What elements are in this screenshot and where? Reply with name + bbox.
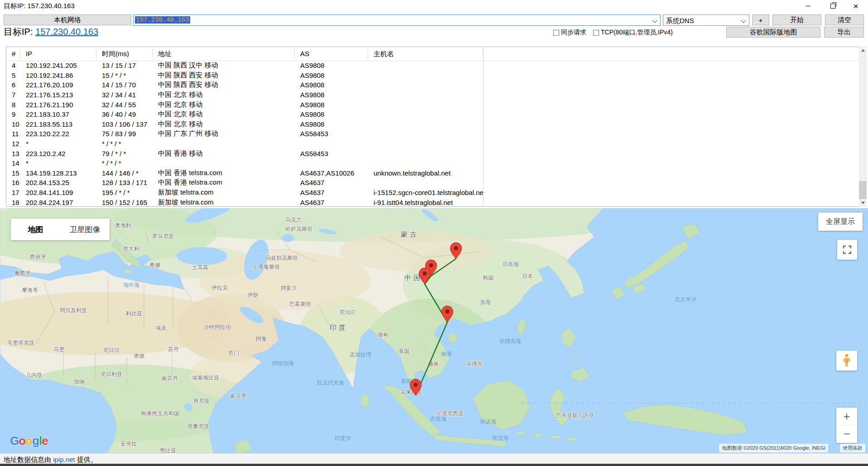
table-cell: 221.183.55.113: [20, 120, 96, 128]
google-logo[interactable]: Google: [10, 434, 48, 448]
col-header-address[interactable]: 地址: [153, 49, 295, 59]
fullscreen-toggle-button[interactable]: [837, 240, 857, 260]
zoom-out-button[interactable]: −: [836, 426, 857, 443]
add-button[interactable]: +: [752, 14, 769, 25]
table-scrollbar[interactable]: [859, 47, 867, 207]
table-cell: AS58453: [295, 130, 368, 138]
table-cell: 11: [6, 130, 20, 138]
zoom-in-button[interactable]: +: [836, 408, 857, 425]
table-cell: 103 / 106 / 137: [96, 120, 153, 128]
table-row[interactable]: 7221.176.15.21332 / 34 / 41中国 北京 移动AS980…: [6, 90, 859, 100]
table-cell: 221.176.15.213: [20, 91, 96, 99]
ipip-link[interactable]: ipip.net: [53, 456, 75, 463]
table-cell: 中国 北京 移动: [153, 110, 295, 119]
table-row[interactable]: 15134.159.128.213144 / 146 / *中国 香港 tels…: [6, 168, 859, 178]
table-cell: 中国 北京 移动: [153, 100, 295, 109]
col-header-hostname[interactable]: 主机名: [368, 49, 483, 59]
tcp-checkbox[interactable]: [593, 30, 599, 36]
table-cell: 中国 香港 移动: [153, 149, 295, 158]
dns-select[interactable]: 系统DNS: [663, 14, 749, 26]
table-cell: 12: [6, 140, 20, 147]
table-cell: i-91.istt04.telstraglobal.net: [368, 199, 483, 206]
table-cell: i-15152.sgcn-core01.telstraglobal.net: [368, 189, 483, 196]
table-cell: 7: [6, 91, 20, 99]
fullscreen-display-button[interactable]: 全屏显示: [818, 213, 863, 231]
map-type-control: 地图 卫星图像: [11, 219, 110, 240]
clear-button[interactable]: 清空: [825, 14, 864, 25]
table-row[interactable]: 14** / * / *: [6, 158, 859, 168]
window-title: 目标IP: 157.230.40.163: [4, 2, 75, 10]
google-intl-map-button[interactable]: 谷歌国际版地图: [726, 27, 820, 38]
table-row[interactable]: 13223.120.2.4279 / * / *中国 香港 移动AS58453: [6, 148, 859, 158]
table-cell: AS9808: [295, 91, 368, 99]
col-header-as[interactable]: AS: [295, 49, 368, 59]
table-cell: AS4637: [295, 189, 368, 196]
sync-request-checkbox[interactable]: [553, 30, 559, 36]
table-cell: 15 / * / *: [96, 71, 153, 79]
google-logo-letter: e: [42, 434, 48, 447]
scrollbar-thumb[interactable]: [859, 181, 867, 199]
table-cell: 5: [6, 71, 20, 79]
table-row[interactable]: 6221.176.20.10914 / 15 / 70中国 陕西 西安 移动AS…: [6, 80, 859, 90]
table-cell: 36 / 40 / 49: [96, 110, 153, 118]
table-header: # IP 时间(ms) 地址 AS 主机名: [6, 47, 859, 61]
table-cell: AS4637: [295, 199, 368, 206]
start-button[interactable]: 开始: [772, 14, 821, 25]
table-row[interactable]: 10221.183.55.113103 / 106 / 137中国 北京 移动A…: [6, 119, 859, 129]
table-row[interactable]: 17202.84.141.109195 / * / *新加坡 telstra.c…: [6, 188, 859, 198]
table-cell: 221.176.21.190: [20, 101, 96, 109]
scroll-down-button[interactable]: [859, 199, 867, 207]
map-pin[interactable]: [451, 243, 462, 259]
tab-map[interactable]: 地图: [11, 224, 60, 235]
table-cell: 79 / * / *: [96, 150, 153, 157]
col-header-time[interactable]: 时间(ms): [96, 49, 153, 59]
col-header-index[interactable]: #: [6, 49, 20, 59]
table-cell: 4: [6, 62, 20, 69]
chevron-down-icon[interactable]: [741, 18, 746, 23]
table-cell: 150 / 152 / 165: [96, 199, 153, 206]
table-row[interactable]: 16202.84.153.25128 / 133 / 171中国 香港 tels…: [6, 178, 859, 188]
pegman-control[interactable]: [836, 351, 857, 371]
sync-request-label: 同步请求: [561, 29, 586, 37]
chevron-down-icon[interactable]: [652, 18, 657, 23]
local-network-button[interactable]: 本机网络: [4, 14, 131, 25]
map-pin[interactable]: [442, 306, 453, 322]
export-button[interactable]: 导出: [824, 27, 864, 38]
table-cell: AS9808: [295, 71, 368, 79]
table-cell: AS9808: [295, 62, 368, 69]
ip-input[interactable]: 157.230.40.163: [133, 14, 661, 26]
map-view[interactable]: 乌克兰哈萨克斯坦蒙古奥地利罗马尼亚意大利西班牙希腊葡萄牙土耳其地中海摩洛哥阿尔及…: [0, 208, 868, 453]
table-cell: * / * / *: [96, 140, 153, 147]
restore-button[interactable]: [822, 0, 843, 12]
close-button[interactable]: ×: [845, 0, 866, 12]
tab-satellite[interactable]: 卫星图像: [60, 224, 110, 235]
map-pin[interactable]: [410, 379, 422, 395]
table-cell: *: [20, 159, 96, 167]
table-cell: * / * / *: [96, 159, 153, 167]
target-ip-label: 目标IP:: [4, 27, 33, 37]
table-cell: AS58453: [295, 150, 368, 157]
table-row[interactable]: 5120.192.241.8615 / * / *中国 陕西 西安 移动AS98…: [6, 71, 859, 81]
minimize-button[interactable]: [797, 0, 818, 12]
table-cell: 中国 广东 广州 移动: [153, 129, 295, 138]
table-row[interactable]: 18202.84.224.197150 / 152 / 165新加坡 telst…: [6, 197, 859, 207]
table-cell: AS4637,AS10026: [295, 169, 368, 177]
table-cell: 6: [6, 81, 20, 89]
table-cell: 18: [6, 199, 20, 206]
map-pin[interactable]: [419, 268, 431, 284]
table-row[interactable]: 9221.183.10.3736 / 40 / 49中国 北京 移动AS9808: [6, 109, 859, 119]
terms-of-use-link[interactable]: 使用条款: [840, 444, 865, 452]
table-cell: 195 / * / *: [96, 189, 153, 196]
target-ip-link[interactable]: 157.230.40.163: [35, 27, 98, 37]
table-row[interactable]: 12** / * / *: [6, 139, 859, 149]
table-row[interactable]: 11223.120.22.2275 / 83 / 99中国 广东 广州 移动AS…: [6, 129, 859, 139]
triangle-down-icon: [861, 202, 865, 204]
table-cell: 120.192.241.86: [20, 71, 96, 79]
titlebar: 目标IP: 157.230.40.163 ×: [0, 0, 868, 13]
table-cell: 中国 香港 telstra.com: [153, 178, 295, 187]
table-row[interactable]: 8221.176.21.19032 / 44 / 55中国 北京 移动AS980…: [6, 100, 859, 109]
col-header-ip[interactable]: IP: [20, 49, 96, 59]
table-cell: unknown.telstraglobal.net: [368, 169, 483, 177]
table-row[interactable]: 4120.192.241.20513 / 15 / 17中国 陕西 汉中 移动A…: [6, 61, 859, 71]
scroll-up-button[interactable]: [859, 47, 867, 54]
